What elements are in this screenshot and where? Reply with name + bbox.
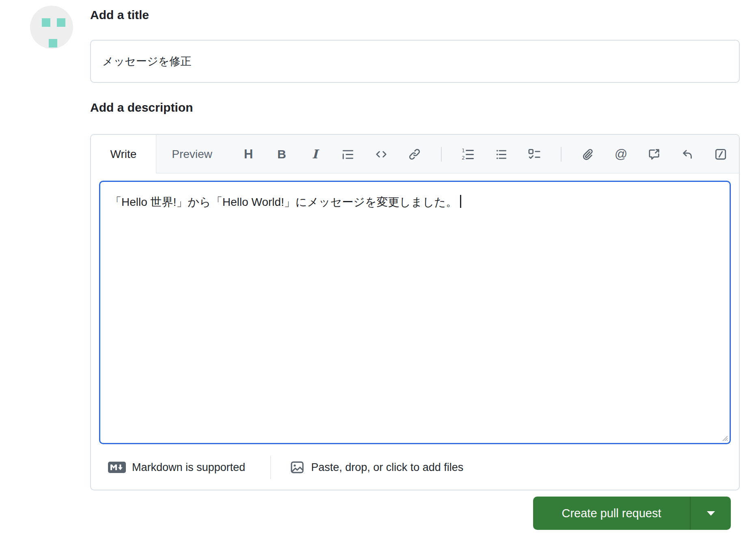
identicon-square xyxy=(49,39,57,48)
editor-footer: Markdown is supported Paste, drop, or cl… xyxy=(91,444,739,490)
dropdown-caret-icon xyxy=(707,511,715,516)
description-text: 「Hello 世界!」から「Hello World!」にメッセージを変更しました… xyxy=(110,196,457,208)
footer-divider xyxy=(270,456,271,479)
bold-icon[interactable]: B xyxy=(275,146,289,163)
text-cursor-icon xyxy=(460,195,461,208)
attach-file-icon[interactable] xyxy=(581,146,595,163)
action-button-group: Create pull request xyxy=(533,497,731,530)
editor-header: Write Preview H B I xyxy=(91,135,739,173)
add-title-heading: Add a title xyxy=(90,8,149,22)
code-icon[interactable] xyxy=(374,146,388,163)
attach-files-label: Paste, drop, or click to add files xyxy=(311,461,463,474)
markdown-icon xyxy=(108,462,126,473)
markdown-editor: Write Preview H B I xyxy=(90,134,740,490)
attach-files-dropzone[interactable]: Paste, drop, or click to add files xyxy=(289,460,463,475)
toolbar-divider xyxy=(441,147,442,162)
identicon-square xyxy=(57,18,65,27)
identicon-square xyxy=(42,18,50,27)
markdown-supported-link[interactable]: Markdown is supported xyxy=(108,461,245,474)
italic-icon[interactable]: I xyxy=(308,146,322,163)
link-icon[interactable] xyxy=(408,146,421,163)
svg-text:2: 2 xyxy=(462,155,465,161)
tab-write-label: Write xyxy=(110,148,137,161)
svg-text:1: 1 xyxy=(462,148,465,153)
description-textarea[interactable]: 「Hello 世界!」から「Hello World!」にメッセージを変更しました… xyxy=(99,181,731,444)
tab-preview[interactable]: Preview xyxy=(156,135,228,173)
editor-body: 「Hello 世界!」から「Hello World!」にメッセージを変更しました… xyxy=(91,173,739,444)
cross-reference-icon[interactable] xyxy=(647,146,661,163)
toolbar-divider xyxy=(561,147,562,162)
markdown-supported-label: Markdown is supported xyxy=(132,461,245,474)
create-pull-request-dropdown-button[interactable] xyxy=(690,497,731,530)
bullet-list-icon[interactable] xyxy=(494,146,508,163)
pr-title-input[interactable] xyxy=(90,40,740,83)
tab-write[interactable]: Write xyxy=(91,135,156,173)
user-avatar-identicon xyxy=(30,6,73,49)
create-pull-request-button[interactable]: Create pull request xyxy=(533,497,690,530)
formatting-toolbar: H B I 12 xyxy=(228,135,739,173)
add-description-heading: Add a description xyxy=(90,101,193,114)
slash-command-icon[interactable] xyxy=(714,146,728,163)
reply-icon[interactable] xyxy=(680,146,694,163)
task-list-icon[interactable] xyxy=(527,146,541,163)
new-pull-request-form: Add a title Add a description Write Prev… xyxy=(0,0,756,540)
tab-preview-label: Preview xyxy=(172,148,212,161)
quote-icon[interactable] xyxy=(341,146,355,163)
mention-icon[interactable]: @ xyxy=(614,146,628,163)
heading-icon[interactable]: H xyxy=(242,146,255,163)
numbered-list-icon[interactable]: 12 xyxy=(461,146,475,163)
image-icon xyxy=(289,460,305,475)
resize-grip-icon[interactable] xyxy=(719,432,728,442)
